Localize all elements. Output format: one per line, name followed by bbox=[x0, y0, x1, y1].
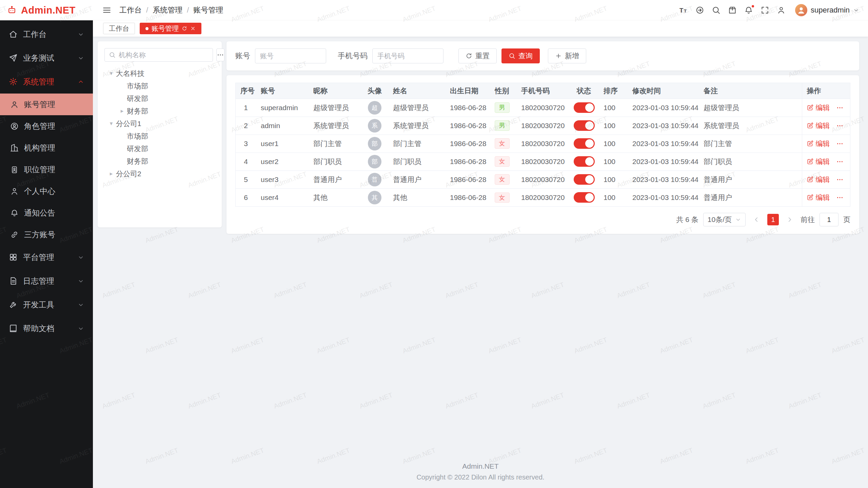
sidebar-item-tools[interactable]: 开发工具 bbox=[0, 293, 93, 317]
cell-modified: 2023-01-03 10:59:44 bbox=[628, 152, 699, 170]
sidebar-item-log[interactable]: 日志管理 bbox=[0, 269, 93, 293]
search-icon[interactable] bbox=[712, 6, 721, 15]
breadcrumb-item[interactable]: 工作台 bbox=[119, 5, 142, 15]
tab-refresh-icon[interactable] bbox=[182, 26, 187, 31]
tree-node[interactable]: 市场部 bbox=[104, 130, 215, 142]
chevron-down-icon bbox=[78, 302, 84, 308]
cell-index: 6 bbox=[236, 188, 256, 206]
cell-gender: 男 bbox=[488, 99, 516, 117]
more-actions-icon[interactable] bbox=[836, 176, 844, 183]
watermark-text: Admin.NET bbox=[316, 336, 351, 355]
breadcrumb-item[interactable]: 系统管理 bbox=[153, 5, 182, 15]
cell-gender: 女 bbox=[488, 188, 516, 206]
account-filter-input[interactable] bbox=[255, 48, 326, 63]
next-page-button[interactable] bbox=[784, 214, 796, 226]
cell-order: 100 bbox=[599, 170, 628, 188]
edit-button[interactable]: 编辑 bbox=[807, 193, 830, 202]
tree-caret-icon[interactable]: ▾ bbox=[106, 70, 116, 77]
tree-node[interactable]: ▸分公司2 bbox=[104, 167, 215, 180]
tree-node[interactable]: ▸财务部 bbox=[104, 105, 215, 117]
page-unit-label: 页 bbox=[843, 215, 850, 224]
watermark-text: Admin.NET bbox=[616, 391, 651, 410]
tree-node[interactable]: 市场部 bbox=[104, 80, 215, 92]
tree-caret-icon[interactable]: ▾ bbox=[106, 120, 116, 127]
cell-name: 系统管理员 bbox=[388, 117, 445, 135]
sidebar-item-link[interactable]: 三方账号 bbox=[0, 224, 93, 245]
tree-node[interactable]: 财务部 bbox=[104, 155, 215, 167]
sidebar-item-docs[interactable]: 帮助文档 bbox=[0, 317, 93, 340]
menu-collapse-icon[interactable] bbox=[102, 6, 111, 15]
edit-button[interactable]: 编辑 bbox=[807, 121, 830, 130]
tab-close-icon[interactable] bbox=[190, 26, 196, 31]
status-toggle[interactable] bbox=[574, 102, 595, 113]
sidebar-item-bell[interactable]: 通知公告 bbox=[0, 202, 93, 224]
tab-1[interactable]: 账号管理 bbox=[140, 23, 201, 34]
page-size-select[interactable]: 10条/页 bbox=[703, 213, 746, 226]
sidebar-item-grid[interactable]: 平台管理 bbox=[0, 245, 93, 269]
edit-button[interactable]: 编辑 bbox=[807, 103, 830, 113]
prev-page-button[interactable] bbox=[750, 214, 763, 226]
status-toggle[interactable] bbox=[574, 192, 595, 203]
sidebar-item-gear[interactable]: 系统管理 bbox=[0, 70, 93, 94]
add-button[interactable]: 新增 bbox=[548, 48, 586, 63]
user-guide-icon[interactable] bbox=[777, 6, 786, 15]
page-number-active[interactable]: 1 bbox=[767, 214, 779, 225]
column-header: 性别 bbox=[488, 83, 516, 99]
sidebar-item-label: 平台管理 bbox=[23, 252, 54, 263]
edit-button[interactable]: 编辑 bbox=[807, 157, 830, 166]
sidebar-item-position[interactable]: 职位管理 bbox=[0, 159, 93, 180]
status-toggle[interactable] bbox=[574, 156, 595, 167]
search-icon bbox=[109, 52, 116, 58]
edit-button[interactable]: 编辑 bbox=[807, 175, 830, 184]
phone-filter-input[interactable] bbox=[372, 48, 443, 63]
watermark-text: Admin.NET bbox=[444, 281, 479, 300]
cell-name: 部门职员 bbox=[388, 152, 445, 170]
box-icon[interactable] bbox=[728, 6, 737, 15]
tree-node[interactable]: ▾大名科技 bbox=[104, 67, 215, 80]
sidebar-item-send[interactable]: 业务测试 bbox=[0, 46, 93, 70]
more-actions-icon[interactable] bbox=[836, 122, 844, 129]
edit-button[interactable]: 编辑 bbox=[807, 139, 830, 148]
tree-caret-icon[interactable]: ▸ bbox=[117, 107, 127, 115]
status-toggle[interactable] bbox=[574, 120, 595, 131]
circle-arrow-icon[interactable] bbox=[695, 6, 704, 15]
cell-modified: 2023-01-03 10:59:44 bbox=[628, 170, 699, 188]
watermark-text: Admin.NET bbox=[358, 391, 394, 410]
tree-node[interactable]: 研发部 bbox=[104, 142, 215, 155]
more-actions-icon[interactable] bbox=[836, 194, 844, 201]
org-more-button[interactable] bbox=[216, 48, 224, 61]
watermark-text: Admin.NET bbox=[616, 281, 651, 300]
tree-node[interactable]: 研发部 bbox=[104, 92, 215, 105]
status-toggle[interactable] bbox=[574, 174, 595, 185]
sidebar-item-role[interactable]: 角色管理 bbox=[0, 115, 93, 137]
font-size-icon[interactable]: TT bbox=[679, 6, 688, 15]
home-icon bbox=[9, 30, 18, 39]
tree-node[interactable]: ▾分公司1 bbox=[104, 117, 215, 130]
query-button[interactable]: 查询 bbox=[501, 48, 540, 63]
tree-caret-icon[interactable]: ▸ bbox=[106, 170, 116, 177]
org-search-input[interactable] bbox=[119, 51, 209, 59]
breadcrumb-item[interactable]: 账号管理 bbox=[193, 5, 223, 15]
more-actions-icon[interactable] bbox=[836, 158, 844, 165]
cell-birthdate: 1986-06-28 bbox=[445, 152, 488, 170]
status-toggle[interactable] bbox=[574, 138, 595, 149]
fullscreen-icon[interactable] bbox=[761, 6, 769, 15]
tab-0[interactable]: 工作台 bbox=[103, 23, 135, 34]
sidebar-item-profile[interactable]: 个人中心 bbox=[0, 180, 93, 202]
goto-page-input[interactable] bbox=[820, 213, 839, 226]
sidebar-item-user[interactable]: 账号管理 bbox=[0, 94, 93, 115]
gender-tag: 男 bbox=[495, 102, 510, 113]
brand-logo[interactable]: Admin.NET bbox=[0, 0, 93, 20]
breadcrumb-separator: / bbox=[187, 6, 189, 15]
more-actions-icon[interactable] bbox=[836, 104, 844, 111]
user-menu[interactable]: superadmin bbox=[795, 4, 859, 16]
cell-nickname: 部门职员 bbox=[309, 152, 361, 170]
more-actions-icon[interactable] bbox=[836, 140, 844, 147]
notification-bell-icon[interactable] bbox=[744, 6, 753, 15]
sidebar-item-org[interactable]: 机构管理 bbox=[0, 137, 93, 159]
cell-remark: 部门职员 bbox=[699, 152, 802, 170]
chevron-down-icon bbox=[78, 55, 84, 61]
cell-phone: 18020030720 bbox=[516, 117, 569, 135]
sidebar-item-home[interactable]: 工作台 bbox=[0, 22, 93, 46]
reset-button[interactable]: 重置 bbox=[458, 48, 497, 63]
